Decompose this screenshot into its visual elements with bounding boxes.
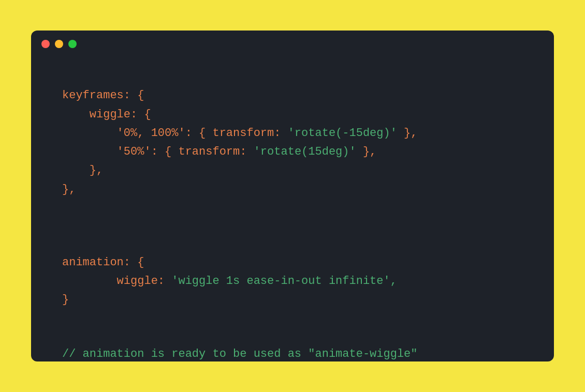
comment-line: // animation is ready to be used as "ani… xyxy=(62,345,523,361)
line-1: keyframes: { xyxy=(62,89,144,102)
separator-1 xyxy=(62,218,523,234)
line-8: wiggle: 'wiggle 1s ease-in-out infinite'… xyxy=(62,275,397,288)
line-9: } xyxy=(62,293,69,306)
separator-2 xyxy=(62,328,523,345)
line-3: '0%, 100%': { transform: 'rotate(-15deg)… xyxy=(62,127,418,140)
line-4: '50%': { transform: 'rotate(15deg)' }, xyxy=(62,145,376,158)
code-window: keyframes: { wiggle: { '0%, 100%': { tra… xyxy=(31,31,554,361)
line-5: }, xyxy=(62,164,103,177)
minimize-button[interactable] xyxy=(55,40,63,48)
line-2: wiggle: { xyxy=(62,108,151,121)
code-area: keyframes: { wiggle: { '0%, 100%': { tra… xyxy=(31,57,554,361)
maximize-button[interactable] xyxy=(68,40,77,48)
line-6: }, xyxy=(62,183,76,196)
close-button[interactable] xyxy=(41,40,50,48)
title-bar xyxy=(31,31,554,57)
line-7: animation: { xyxy=(62,256,144,269)
code-block-2: animation: { wiggle: 'wiggle 1s ease-in-… xyxy=(62,234,523,328)
code-block: keyframes: { wiggle: { '0%, 100%': { tra… xyxy=(62,68,523,218)
